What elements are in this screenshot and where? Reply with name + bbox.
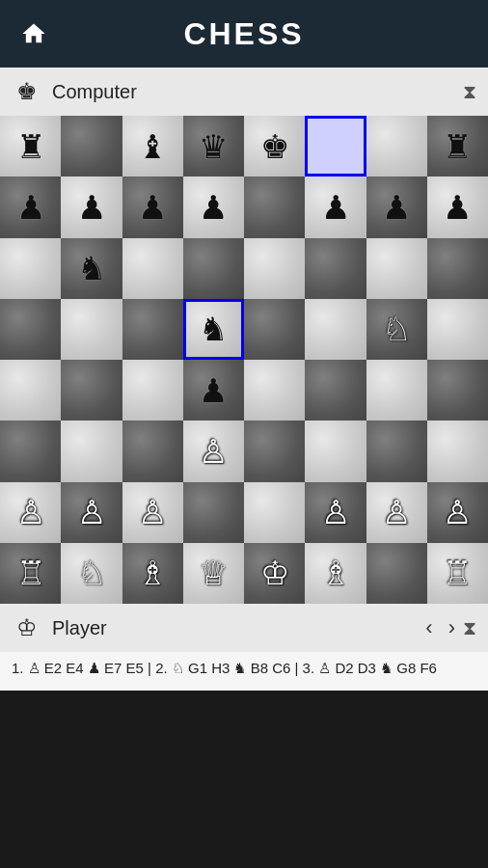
app-title: CHESS	[183, 16, 304, 52]
square[interactable]: ♙	[122, 482, 183, 543]
chess-piece: ♛	[199, 130, 228, 163]
chess-piece: ♙	[443, 496, 472, 529]
square[interactable]	[305, 360, 366, 420]
square[interactable]: ♜	[427, 116, 488, 176]
move-history: 1. ♙ E2 E4 ♟ E7 E5 | 2. ♘ G1 H3 ♞ B8 C6 …	[0, 652, 488, 691]
square[interactable]: ♙	[0, 482, 61, 543]
chess-piece: ♝	[138, 130, 167, 163]
square[interactable]	[244, 420, 305, 481]
square[interactable]: ♟	[0, 176, 61, 237]
square[interactable]	[366, 116, 427, 176]
square[interactable]: ♙	[183, 420, 244, 481]
computer-bar: ♚ Computer ⧗	[0, 68, 488, 116]
square[interactable]	[305, 299, 366, 360]
chess-piece: ♘	[382, 312, 411, 345]
computer-timer-icon: ⧗	[463, 81, 476, 103]
prev-button[interactable]: ‹	[418, 610, 440, 645]
square[interactable]	[366, 420, 427, 481]
square[interactable]: ♝	[122, 116, 183, 176]
square[interactable]: ♔	[244, 543, 305, 604]
square[interactable]	[427, 420, 488, 481]
chess-piece: ♟	[77, 191, 106, 224]
square[interactable]	[0, 360, 61, 420]
chess-piece: ♜	[443, 130, 472, 163]
player-piece-icon: ♔	[12, 612, 42, 643]
chess-piece: ♙	[77, 496, 106, 529]
square[interactable]	[427, 299, 488, 360]
square[interactable]	[61, 116, 122, 176]
square[interactable]	[122, 420, 183, 481]
chess-piece: ♟	[443, 191, 472, 224]
chess-piece: ♖	[16, 556, 45, 589]
square[interactable]	[427, 360, 488, 420]
square[interactable]: ♘	[61, 543, 122, 604]
square[interactable]: ♟	[183, 360, 244, 420]
square[interactable]: ♖	[0, 543, 61, 604]
computer-label: Computer	[52, 81, 463, 103]
square[interactable]	[61, 299, 122, 360]
home-button[interactable]	[14, 14, 53, 53]
chess-piece: ♟	[321, 191, 350, 224]
chess-piece: ♗	[321, 556, 350, 589]
square[interactable]: ♖	[427, 543, 488, 604]
square[interactable]	[366, 543, 427, 604]
chess-piece: ♟	[138, 191, 167, 224]
square[interactable]: ♚	[244, 116, 305, 176]
square[interactable]: ♕	[183, 543, 244, 604]
square[interactable]	[244, 360, 305, 420]
square[interactable]: ♟	[61, 176, 122, 237]
chess-piece: ♟	[199, 374, 228, 407]
square[interactable]: ♟	[427, 176, 488, 237]
app-header: CHESS	[0, 0, 488, 68]
square[interactable]: ♟	[183, 176, 244, 237]
square[interactable]	[427, 238, 488, 299]
square[interactable]	[244, 176, 305, 237]
square[interactable]	[305, 238, 366, 299]
chess-piece: ♟	[16, 191, 45, 224]
square[interactable]	[305, 420, 366, 481]
square[interactable]	[122, 299, 183, 360]
square[interactable]: ♜	[0, 116, 61, 176]
square[interactable]: ♗	[122, 543, 183, 604]
chess-piece: ♙	[16, 496, 45, 529]
chess-piece: ♙	[138, 496, 167, 529]
chess-piece: ♖	[443, 556, 472, 589]
square[interactable]	[122, 360, 183, 420]
square[interactable]: ♘	[366, 299, 427, 360]
chess-piece: ♕	[199, 556, 228, 589]
square[interactable]	[244, 299, 305, 360]
square[interactable]	[244, 238, 305, 299]
square[interactable]: ♙	[366, 482, 427, 543]
square[interactable]: ♟	[305, 176, 366, 237]
square[interactable]: ♙	[305, 482, 366, 543]
square[interactable]	[61, 360, 122, 420]
square[interactable]	[183, 238, 244, 299]
square[interactable]	[244, 482, 305, 543]
chess-piece: ♞	[199, 312, 228, 345]
square[interactable]: ♙	[427, 482, 488, 543]
square[interactable]: ♛	[183, 116, 244, 176]
square[interactable]	[366, 360, 427, 420]
square[interactable]	[0, 299, 61, 360]
square[interactable]	[183, 482, 244, 543]
chess-piece: ♙	[382, 496, 411, 529]
chess-board[interactable]: ♜♝♛♚♜♟♟♟♟♟♟♟♞♞♘♟♙♙♙♙♙♙♙♖♘♗♕♔♗♖	[0, 116, 488, 604]
square[interactable]: ♞	[61, 238, 122, 299]
square[interactable]	[305, 116, 366, 176]
square[interactable]	[0, 420, 61, 481]
square[interactable]: ♗	[305, 543, 366, 604]
square[interactable]	[0, 238, 61, 299]
chess-piece: ♞	[77, 252, 106, 285]
chess-piece: ♟	[382, 191, 411, 224]
chess-piece: ♟	[199, 191, 228, 224]
chess-piece: ♙	[321, 496, 350, 529]
square[interactable]	[122, 238, 183, 299]
square[interactable]: ♟	[122, 176, 183, 237]
square[interactable]	[61, 420, 122, 481]
square[interactable]: ♟	[366, 176, 427, 237]
next-button[interactable]: ›	[441, 610, 463, 645]
square[interactable]	[366, 238, 427, 299]
chess-piece: ♘	[77, 556, 106, 589]
square[interactable]: ♞	[183, 299, 244, 360]
square[interactable]: ♙	[61, 482, 122, 543]
